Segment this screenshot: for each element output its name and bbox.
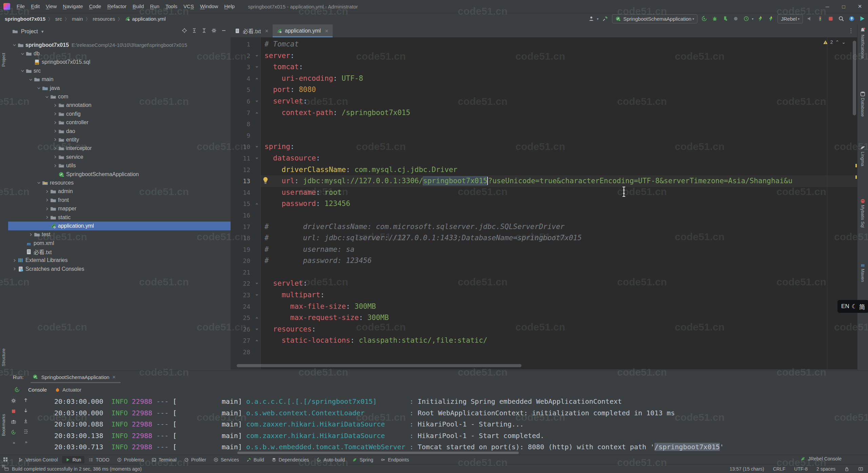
stop-button[interactable] bbox=[827, 15, 834, 22]
line-number[interactable]: 9 bbox=[231, 130, 260, 141]
close-tab-icon[interactable]: ✕ bbox=[265, 29, 269, 34]
fold-marker-icon[interactable] bbox=[255, 293, 259, 297]
breadcrumb-item-springboot7x015[interactable]: springboot7x015 bbox=[5, 16, 45, 22]
menu-help[interactable]: Help bbox=[221, 0, 238, 13]
readonly-lock-icon[interactable] bbox=[844, 467, 849, 472]
tool-button-database[interactable]: Database bbox=[860, 98, 865, 117]
tool-windows-toggle-icon[interactable] bbox=[3, 457, 9, 463]
debug-button[interactable] bbox=[711, 15, 718, 22]
menu-run[interactable]: Run bbox=[147, 0, 162, 13]
tool-window-button-dependencies[interactable]: Dependencies bbox=[268, 456, 313, 463]
collapse-all-icon[interactable] bbox=[201, 28, 207, 33]
fold-marker-icon[interactable] bbox=[255, 316, 259, 320]
search-everywhere-button[interactable] bbox=[837, 15, 845, 22]
chevron-right-icon[interactable] bbox=[52, 128, 58, 135]
tree-item-pom-xml[interactable]: mpom.xml bbox=[8, 239, 231, 247]
line-number[interactable]: 16 bbox=[231, 210, 260, 221]
line-number[interactable]: 28 bbox=[231, 346, 260, 358]
db-icon[interactable] bbox=[860, 91, 866, 97]
fold-marker-icon[interactable] bbox=[255, 338, 259, 343]
menu-refactor[interactable]: Refactor bbox=[104, 0, 130, 13]
fold-marker-icon[interactable] bbox=[255, 76, 259, 81]
menu-view[interactable]: View bbox=[43, 0, 60, 13]
chevron-down-icon[interactable] bbox=[19, 68, 26, 74]
console-output[interactable]: 20:03:00.000 INFO 22988 --- [ main] o.a.… bbox=[8, 396, 868, 453]
chevron-right-icon[interactable] bbox=[43, 214, 50, 221]
warning-stripe-mark[interactable] bbox=[855, 164, 857, 167]
mute-breakpoints-button[interactable] bbox=[806, 15, 813, 22]
resume-program-button[interactable] bbox=[816, 15, 824, 22]
line-number[interactable]: 14 bbox=[231, 187, 260, 198]
chevron-right-icon[interactable] bbox=[27, 231, 34, 238]
line-number[interactable]: 4 bbox=[231, 73, 260, 84]
tree-item-utils[interactable]: utils bbox=[8, 161, 231, 170]
next-problem-icon[interactable]: ⌄ bbox=[842, 39, 846, 45]
tree-item-test[interactable]: test bbox=[8, 230, 231, 239]
project-view-selector[interactable]: Project ▼ bbox=[12, 29, 44, 35]
tree-item-annotation[interactable]: annotation bbox=[8, 101, 231, 110]
run-button[interactable] bbox=[701, 15, 708, 22]
close-button[interactable]: ✕ bbox=[852, 0, 868, 13]
mybatis-icon[interactable] bbox=[860, 198, 866, 204]
status-widget-utf-8[interactable]: UTF-8 bbox=[794, 466, 808, 472]
run-config-combo[interactable]: SpringbootSchemaApplication▾ bbox=[612, 14, 697, 23]
line-number[interactable]: 10 bbox=[231, 141, 260, 153]
menu-vcs[interactable]: VCS bbox=[180, 0, 197, 13]
run-with-profiler-button[interactable] bbox=[743, 15, 750, 22]
rerun-icon[interactable] bbox=[14, 387, 20, 393]
tree-item-resources[interactable]: resources bbox=[8, 178, 231, 187]
fold-marker-icon[interactable] bbox=[255, 202, 259, 206]
menu-file[interactable]: File bbox=[14, 0, 28, 13]
line-number[interactable]: 1 bbox=[231, 39, 260, 50]
run-tab-console[interactable]: Console bbox=[28, 387, 47, 393]
tree-item-src[interactable]: src bbox=[8, 67, 231, 75]
line-number[interactable]: 22 bbox=[231, 278, 260, 289]
ide-update-button[interactable] bbox=[848, 15, 855, 22]
tool-button-project[interactable]: Project bbox=[1, 53, 6, 67]
tool-window-button-todo[interactable]: TODO bbox=[85, 456, 113, 463]
bell-icon[interactable] bbox=[860, 27, 866, 33]
user-menu-caret[interactable]: ▾ bbox=[597, 17, 598, 21]
tree-item-springboot7x015[interactable]: springboot7x015E:\releaseComp\24-10\10\3… bbox=[8, 41, 231, 49]
lingma-icon[interactable] bbox=[860, 145, 866, 151]
editor-tab-txt[interactable]: 必看.txt✕ bbox=[231, 24, 273, 37]
line-number[interactable]: 18 bbox=[231, 232, 260, 244]
editor-gutter[interactable]: 1234567891011121314151617181920212223242… bbox=[231, 37, 261, 369]
hide-icon[interactable] bbox=[221, 28, 226, 33]
menu-navigate[interactable]: Navigate bbox=[60, 0, 86, 13]
editor-body[interactable]: 1234567891011121314151617181920212223242… bbox=[231, 37, 857, 369]
coverage-run-button[interactable] bbox=[722, 15, 729, 22]
editor-vertical-scrollbar[interactable] bbox=[853, 41, 856, 115]
user-menu[interactable] bbox=[588, 15, 595, 22]
fold-marker-icon[interactable] bbox=[255, 65, 259, 69]
breadcrumb-item-application-yml[interactable]: application.yml bbox=[125, 16, 165, 22]
tree-item-db[interactable]: db bbox=[8, 49, 231, 58]
tree-item-springboot7x015-sql[interactable]: SQLspringboot7x015.sql bbox=[8, 58, 231, 67]
tool-window-button-spring[interactable]: Spring bbox=[349, 456, 376, 463]
line-number[interactable]: 7 bbox=[231, 107, 260, 119]
locate-icon[interactable] bbox=[182, 28, 187, 33]
line-number[interactable]: 2 bbox=[231, 50, 260, 62]
status-widget-crlf[interactable]: CRLF bbox=[773, 466, 786, 472]
jrebel-combo[interactable]: JRebel▾ bbox=[777, 14, 803, 23]
line-number[interactable]: 24 bbox=[231, 301, 260, 313]
fold-marker-icon[interactable] bbox=[255, 99, 259, 103]
chevron-right-icon[interactable] bbox=[11, 266, 18, 272]
chevron-down-icon[interactable] bbox=[19, 50, 26, 57]
tool-button-lingma[interactable]: Lingma bbox=[860, 152, 865, 166]
jrebel-debug-button[interactable] bbox=[767, 15, 774, 22]
chevron-right-icon[interactable] bbox=[52, 145, 58, 152]
line-number[interactable]: 23 bbox=[231, 289, 260, 301]
editor-horizontal-scrollbar[interactable] bbox=[237, 364, 521, 367]
line-number[interactable]: 3 bbox=[231, 61, 260, 73]
prev-problem-icon[interactable]: ⌃ bbox=[835, 39, 840, 45]
fold-marker-icon[interactable] bbox=[255, 145, 259, 149]
editor-options-icon[interactable]: ⋮ bbox=[848, 27, 854, 34]
chevron-right-icon[interactable] bbox=[52, 119, 58, 126]
tree-item-external-libraries[interactable]: External Libraries bbox=[8, 256, 231, 265]
tool-button-mybatis-sql[interactable]: Mybatis Sql bbox=[860, 205, 865, 228]
chevron-down-icon[interactable] bbox=[35, 179, 42, 186]
line-number[interactable]: 27 bbox=[231, 335, 260, 346]
line-number[interactable]: 13 bbox=[231, 175, 260, 187]
tree-item-static[interactable]: static bbox=[8, 213, 231, 222]
